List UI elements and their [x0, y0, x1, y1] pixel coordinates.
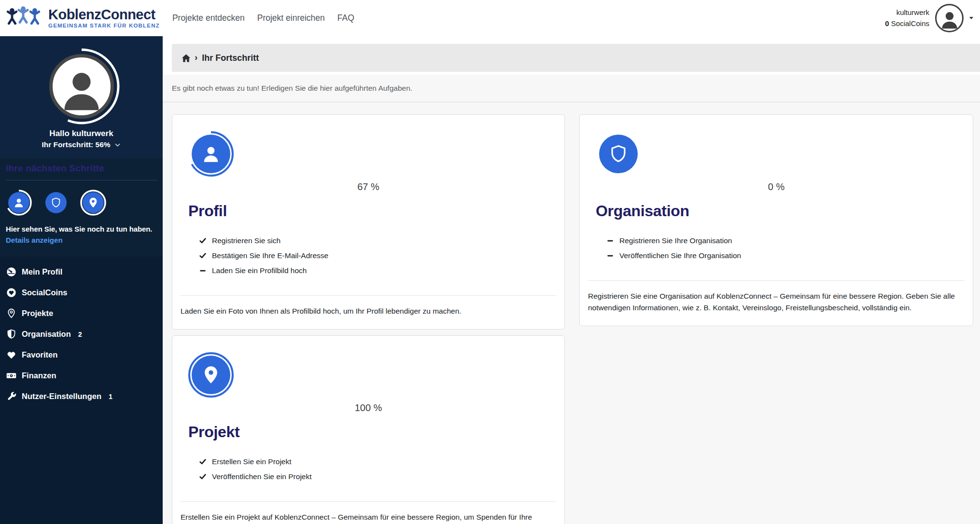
check-icon — [199, 473, 207, 481]
organisation-footer-text: Registrieren Sie eine Organisation auf K… — [580, 281, 973, 326]
app-window: KoblenzConnect GEMEINSAM STARK FÜR KOBLE… — [0, 0, 980, 524]
user-socialcoins: 0 SocialCoins — [885, 18, 929, 29]
profil-footer-text: Laden Sie ein Foto von Ihnen als Profilb… — [172, 296, 564, 329]
person-icon — [56, 65, 107, 115]
card-profil: 67 % Profil Registrieren Sie sich — [172, 114, 565, 330]
task-item: Registrieren Sie Ihre Organisation — [606, 233, 965, 248]
projekt-progress-icon — [188, 352, 234, 398]
task-item: Laden Sie ein Profilbild hoch — [199, 263, 556, 278]
pin-icon — [87, 197, 99, 208]
card-organisation: 0 % Organisation Registrieren Sie Ihre O… — [579, 114, 973, 326]
todo-alert: Es gibt noch etwas zu tun! Erledigen Sie… — [163, 75, 980, 102]
person-icon — [201, 144, 221, 164]
sidebar-menu: Mein Profil SocialCoins Projekte Organis… — [0, 257, 163, 524]
step-profile[interactable] — [6, 190, 32, 216]
banknote-icon — [5, 370, 17, 381]
wrench-icon — [5, 391, 17, 402]
breadcrumb-home[interactable] — [181, 53, 191, 63]
main-nav: Projekte entdecken Projekt einreichen FA… — [172, 13, 354, 23]
task-item: Registrieren Sie sich — [199, 233, 556, 248]
pin-icon — [201, 365, 221, 385]
check-icon — [199, 458, 207, 466]
task-item: Veröffentlichen Sie Ihre Organisation — [606, 248, 965, 263]
shield-icon — [5, 329, 17, 340]
organisation-count-badge: 2 — [78, 331, 82, 338]
task-item: Veröffentlichen Sie ein Projekt — [199, 469, 556, 484]
user-avatar[interactable] — [935, 4, 964, 32]
sidebar-greeting: Hallo kulturwerk — [0, 129, 163, 138]
breadcrumb-current: Ihr Fortschritt — [202, 53, 259, 63]
progress-cards-grid: 67 % Profil Registrieren Sie sich — [163, 102, 980, 524]
sidebar-item-projekte[interactable]: Projekte — [0, 303, 163, 324]
minus-icon — [199, 267, 207, 275]
chevron-down-icon — [114, 141, 121, 149]
task-item: Bestätigen Sie Ihre E-Mail-Adresse — [199, 248, 556, 263]
details-anzeigen-link[interactable]: Details anzeigen — [6, 236, 63, 244]
projekt-footer-text: Erstellen Sie ein Projekt auf KoblenzCon… — [172, 502, 564, 524]
sidebar-profile-section: Hallo kulturwerk Ihr Fortschritt: 56% — [0, 36, 163, 158]
minus-icon — [606, 252, 614, 260]
organisation-title: Organisation — [596, 201, 965, 221]
pin-icon — [5, 308, 17, 319]
sidebar-item-nutzer-einstellungen[interactable]: Nutzer-Einstellungen 1 — [0, 386, 163, 407]
nav-faq[interactable]: FAQ — [337, 13, 354, 23]
sidebar-item-finanzen[interactable]: Finanzen — [0, 365, 163, 386]
sidebar-progress-toggle[interactable]: Ihr Fortschritt: 56% — [0, 140, 163, 149]
shield-icon — [50, 197, 62, 208]
next-steps-hint: Hier sehen Sie, was Sie noch zu tun habe… — [6, 225, 157, 233]
check-icon — [199, 237, 207, 245]
task-item: Erstellen Sie ein Projekt — [199, 454, 556, 469]
breadcrumb: › Ihr Fortschritt — [172, 44, 980, 72]
minus-icon — [606, 237, 614, 245]
profile-avatar — [43, 48, 120, 125]
main-content: › Ihr Fortschritt Es gibt noch etwas zu … — [163, 36, 980, 524]
shield-icon — [608, 144, 629, 164]
nav-projekte-entdecken[interactable]: Projekte entdecken — [172, 13, 245, 23]
coin-heart-icon — [5, 287, 17, 298]
brand-title: KoblenzConnect — [48, 8, 160, 22]
projekt-title: Projekt — [188, 422, 556, 441]
profil-title: Profil — [188, 201, 556, 221]
settings-count-badge: 1 — [109, 393, 112, 400]
home-icon — [181, 53, 191, 63]
organisation-progress-icon — [595, 131, 642, 177]
top-header: KoblenzConnect GEMEINSAM STARK FÜR KOBLE… — [0, 0, 980, 36]
check-icon — [199, 252, 207, 260]
step-projekt[interactable] — [80, 190, 106, 216]
user-name: kulturwerk — [885, 7, 929, 18]
user-area: kulturwerk 0 SocialCoins — [885, 4, 973, 32]
user-menu-caret-icon[interactable] — [969, 17, 973, 19]
people-logo-icon — [6, 5, 43, 31]
gauge-icon — [5, 266, 17, 277]
sidebar-item-mein-profil[interactable]: Mein Profil — [0, 262, 163, 282]
profil-progress-icon — [188, 131, 234, 177]
nav-projekt-einreichen[interactable]: Projekt einreichen — [257, 13, 325, 23]
next-steps-panel: Ihre nächsten Schritte — [0, 158, 163, 257]
organisation-percent: 0 % — [588, 181, 965, 193]
divider — [6, 180, 157, 180]
heart-icon — [5, 349, 17, 360]
sidebar-item-favoriten[interactable]: Favoriten — [0, 345, 163, 365]
next-steps-title: Ihre nächsten Schritte — [6, 163, 157, 174]
brand-tagline: GEMEINSAM STARK FÜR KOBLENZ — [48, 23, 160, 29]
brand-logo[interactable]: KoblenzConnect GEMEINSAM STARK FÜR KOBLE… — [6, 5, 160, 31]
projekt-percent: 100 % — [181, 402, 556, 414]
person-icon — [938, 9, 961, 31]
card-projekt: 100 % Projekt Erstellen Sie ein Projekt — [172, 335, 565, 524]
profil-percent: 67 % — [181, 181, 556, 193]
person-icon — [13, 197, 25, 208]
sidebar-item-socialcoins[interactable]: SocialCoins — [0, 282, 163, 303]
sidebar-item-organisation[interactable]: Organisation 2 — [0, 324, 163, 345]
breadcrumb-separator: › — [195, 52, 197, 63]
sidebar: Hallo kulturwerk Ihr Fortschritt: 56% Ih… — [0, 36, 163, 524]
step-organisation[interactable] — [43, 190, 69, 216]
